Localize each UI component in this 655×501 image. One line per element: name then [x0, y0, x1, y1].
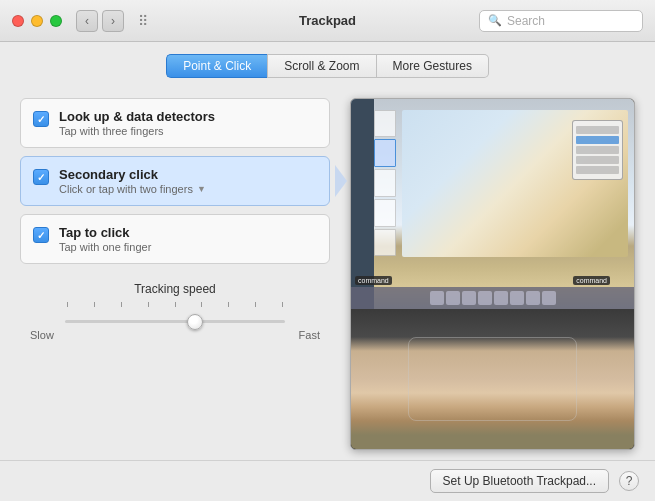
- dock-bar: [351, 287, 634, 309]
- option-look-up-text: Look up & data detectors Tap with three …: [59, 109, 317, 137]
- tick-1: [94, 302, 95, 307]
- tick-6: [228, 302, 229, 307]
- setup-bluetooth-button[interactable]: Set Up Bluetooth Trackpad...: [430, 469, 609, 493]
- titlebar: ‹ › ⠿ Trackpad 🔍 Search: [0, 0, 655, 42]
- dropdown-chevron-icon: ▼: [197, 184, 206, 194]
- menu-item-1: [576, 126, 619, 134]
- traffic-lights: [12, 15, 62, 27]
- dock-item-8: [542, 291, 556, 305]
- tracking-speed-label: Tracking speed: [30, 282, 320, 296]
- thumb-4: [374, 199, 397, 227]
- menu-item-3: [576, 146, 619, 154]
- left-panel: Look up & data detectors Tap with three …: [20, 98, 330, 450]
- thumb-2: [374, 139, 397, 167]
- grid-icon: ⠿: [138, 13, 148, 29]
- dock-item-5: [494, 291, 508, 305]
- tab-point-click-label: Point & Click: [183, 59, 251, 73]
- dock-item-7: [526, 291, 540, 305]
- forward-icon: ›: [111, 14, 115, 28]
- tab-scroll-zoom-label: Scroll & Zoom: [284, 59, 359, 73]
- tabs-row: Point & Click Scroll & Zoom More Gesture…: [0, 42, 655, 88]
- window-title: Trackpad: [299, 13, 356, 28]
- dock-item-2: [446, 291, 460, 305]
- menu-item-5: [576, 166, 619, 174]
- close-button[interactable]: [12, 15, 24, 27]
- menu-item-2: [576, 136, 619, 144]
- option-tap-to-click-text: Tap to click Tap with one finger: [59, 225, 317, 253]
- preview-sidebar: [374, 110, 397, 257]
- tab-scroll-zoom[interactable]: Scroll & Zoom: [267, 54, 376, 78]
- tick-2: [121, 302, 122, 307]
- checkbox-secondary-click[interactable]: [33, 169, 49, 185]
- search-placeholder: Search: [507, 14, 545, 28]
- tab-more-gestures[interactable]: More Gestures: [377, 54, 489, 78]
- tick-4: [175, 302, 176, 307]
- option-secondary-click-text: Secondary click Click or tap with two fi…: [59, 167, 317, 195]
- option-tap-to-click[interactable]: Tap to click Tap with one finger: [20, 214, 330, 264]
- back-icon: ‹: [85, 14, 89, 28]
- selection-arrow: [335, 165, 347, 197]
- cmd-badge-left: command: [355, 276, 392, 285]
- slow-label: Slow: [30, 329, 54, 341]
- forward-button[interactable]: ›: [102, 10, 124, 32]
- slider-labels: Slow Fast: [30, 329, 320, 341]
- minimize-button[interactable]: [31, 15, 43, 27]
- content-area: Point & Click Scroll & Zoom More Gesture…: [0, 42, 655, 501]
- tick-8: [282, 302, 283, 307]
- option-tap-to-click-title: Tap to click: [59, 225, 317, 240]
- option-look-up-title: Look up & data detectors: [59, 109, 317, 124]
- tick-3: [148, 302, 149, 307]
- menu-item-4: [576, 156, 619, 164]
- nav-arrows: ‹ ›: [76, 10, 124, 32]
- maximize-button[interactable]: [50, 15, 62, 27]
- tab-more-gestures-label: More Gestures: [393, 59, 472, 73]
- option-secondary-click-subtitle: Click or tap with two fingers ▼: [59, 183, 317, 195]
- dock-item-1: [430, 291, 444, 305]
- tick-7: [255, 302, 256, 307]
- checkbox-tap-to-click[interactable]: [33, 227, 49, 243]
- trackpad-preview: command command: [351, 99, 634, 449]
- preview-context-menu: [572, 120, 623, 180]
- cmd-badge-right: command: [573, 276, 610, 285]
- trackpad-preview-panel: command command: [350, 98, 635, 450]
- help-button[interactable]: ?: [619, 471, 639, 491]
- grid-button[interactable]: ⠿: [132, 10, 154, 32]
- option-secondary-click-title: Secondary click: [59, 167, 317, 182]
- bottom-bar: Set Up Bluetooth Trackpad... ?: [0, 460, 655, 501]
- dock-item-3: [462, 291, 476, 305]
- option-secondary-click[interactable]: Secondary click Click or tap with two fi…: [20, 156, 330, 206]
- option-look-up[interactable]: Look up & data detectors Tap with three …: [20, 98, 330, 148]
- search-icon: 🔍: [488, 14, 502, 27]
- preview-screen: command command: [351, 99, 634, 309]
- preview-hand-area: [351, 309, 634, 449]
- tracking-speed-section: Tracking speed: [20, 282, 330, 341]
- back-button[interactable]: ‹: [76, 10, 98, 32]
- thumb-1: [374, 110, 397, 138]
- tick-0: [67, 302, 68, 307]
- trackpad-outline: [408, 337, 578, 421]
- tab-point-click[interactable]: Point & Click: [166, 54, 267, 78]
- main-split: Look up & data detectors Tap with three …: [0, 88, 655, 460]
- tracking-speed-slider[interactable]: [65, 320, 285, 323]
- dock-item-4: [478, 291, 492, 305]
- thumb-3: [374, 169, 397, 197]
- tracking-speed-slider-container: [65, 302, 285, 327]
- dock-item-6: [510, 291, 524, 305]
- checkbox-look-up[interactable]: [33, 111, 49, 127]
- option-tap-to-click-subtitle: Tap with one finger: [59, 241, 317, 253]
- option-look-up-subtitle: Tap with three fingers: [59, 125, 317, 137]
- fast-label: Fast: [299, 329, 320, 341]
- slider-ticks: [65, 302, 285, 307]
- search-box[interactable]: 🔍 Search: [479, 10, 643, 32]
- thumb-5: [374, 229, 397, 257]
- tick-5: [201, 302, 202, 307]
